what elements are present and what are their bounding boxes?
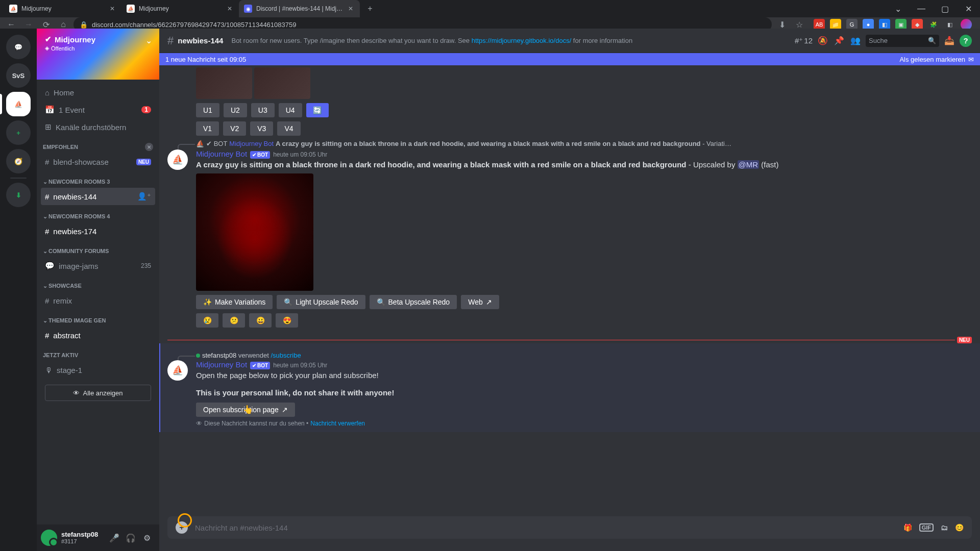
new-message-bar[interactable]: 1 neue Nachricht seit 09:05 Als gelesen … [159,53,980,65]
category-showcase[interactable]: ⌄SHOWCASE [41,280,155,292]
category-active-now[interactable]: JETZT AKTIV [41,349,155,361]
variation-4-button[interactable]: V4 [277,121,300,136]
variation-1-button[interactable]: V1 [196,121,219,136]
reply-context[interactable]: ⛵ ✔ BOT Midjourney Bot A crazy guy is si… [196,140,972,147]
sticker-button[interactable]: 🗂 [941,523,948,532]
browser-tab[interactable]: ⛵ Midjourney ✕ [4,0,121,17]
channel-stage-1[interactable]: 🎙stage-1 [41,361,155,379]
server-header[interactable]: ✔Midjourney ◈Öffentlich ⌄ [37,29,159,80]
variation-3-button[interactable]: V3 [250,121,273,136]
variation-2-button[interactable]: V2 [223,121,246,136]
channel-topic[interactable]: Bot room for new users. Type /imagine th… [231,37,791,44]
image-attachment[interactable] [196,67,252,99]
upscale-2-button[interactable]: U2 [224,103,247,117]
bot-avatar[interactable]: ⛵ [167,360,188,381]
bot-avatar[interactable]: ⛵ [167,149,188,170]
reaction-button[interactable]: 😢 [196,313,218,328]
web-button[interactable]: Web↗ [461,295,499,309]
category-newcomer4[interactable]: ⌄NEWCOMER ROOMS 4 [41,210,155,222]
browser-tab-active[interactable]: ◉ Discord | #newbies-144 | Midj… ✕ [239,0,360,17]
channel-newbies-144[interactable]: #newbies-144👤⁺ [41,188,155,205]
neu-badge: NEU [136,159,151,165]
url-text: discord.com/channels/662267976984297473/… [92,21,296,29]
close-icon[interactable]: ✕ [108,5,116,13]
forward-button[interactable]: → [21,17,36,32]
category-themed[interactable]: ⌄THEMED IMAGE GEN [41,314,155,327]
category-recommended[interactable]: EMPFOHLEN✕ [41,141,155,153]
new-tab-button[interactable]: + [363,2,377,16]
make-variations-button[interactable]: ✨Make Variations [196,295,273,309]
add-person-icon[interactable]: 👤⁺ [137,192,151,201]
gift-button[interactable]: 🎁 [903,523,912,532]
upscale-3-button[interactable]: U3 [251,103,275,117]
maximize-icon[interactable]: ▢ [933,1,957,17]
home-item[interactable]: ⌂Home [41,84,155,101]
message-input[interactable]: + Nachricht an #newbies-144 🎁 GIF 🗂 😊 [167,516,972,539]
server-bubble-active[interactable]: ⛵ [6,92,31,116]
eye-icon: 👁 [73,389,80,397]
user-avatar[interactable] [41,530,57,546]
search-input[interactable]: Suche🔍 [866,35,939,47]
pinned-button[interactable]: 📌 [833,35,845,47]
mark-read-icon: ✉ [968,56,974,63]
browse-channels-item[interactable]: ⊞Kanäle durchstöbern [41,118,155,136]
members-button[interactable]: 👥 [849,35,862,47]
reroll-button[interactable]: 🔄 [306,103,329,117]
close-icon[interactable]: ✕ [347,5,355,13]
message-body: A crazy guy is sitting on a black throne… [196,160,972,170]
upscale-1-button[interactable]: U1 [196,103,219,117]
category-newcomer3[interactable]: ⌄NEWCOMER ROOMS 3 [41,176,155,188]
upscale-4-button[interactable]: U4 [279,103,302,117]
chevron-down-icon: ⌄ [43,179,47,185]
minimize-icon[interactable]: — [910,1,933,17]
beta-upscale-button[interactable]: 🔍Beta Upscale Redo [370,295,457,309]
channel-image-jams[interactable]: 💬image-jams235 [41,257,155,274]
inbox-button[interactable]: 📥 [943,35,955,47]
events-item[interactable]: 📅1 Event1 [41,101,155,118]
favicon-icon: ⛵ [9,5,17,13]
message-author[interactable]: Midjourney Bot [196,360,247,369]
settings-button[interactable]: ⚙ [139,530,155,546]
reaction-button[interactable]: 😕 [223,313,245,328]
attach-button[interactable]: + [176,521,188,534]
close-window-icon[interactable]: ✕ [957,1,980,17]
chevron-down-icon[interactable]: ⌄ [886,1,910,17]
dismiss-icon[interactable]: ✕ [145,143,153,151]
mark-read-label: Als gelesen markieren [899,56,965,63]
close-icon[interactable]: ✕ [226,5,234,13]
dismiss-message-link[interactable]: Nachricht verwerfen [310,420,365,427]
user-mention[interactable]: @MR [738,160,760,169]
server-bubble[interactable]: SvS [6,63,31,88]
image-attachment[interactable] [196,173,313,291]
channel-blend-showcase[interactable]: #blend-showcaseNEU [41,153,155,170]
bot-tag: ✔ BOT [206,140,227,147]
open-subscription-button[interactable]: Open subscription page↗ [196,403,295,417]
download-apps-button[interactable]: ⬇ [6,183,31,207]
reaction-button[interactable]: 😀 [249,313,272,328]
browser-tab[interactable]: ⛵ Midjourney ✕ [121,0,239,17]
show-all-button[interactable]: 👁Alle anzeigen [45,385,151,401]
deafen-button[interactable]: 🎧 [122,530,139,546]
topic-link[interactable]: https://midjourney.gitbook.io/docs/ [472,37,572,44]
user-info[interactable]: stefanstp08 #3117 [61,531,98,544]
mute-button[interactable]: 🎤 [106,530,122,546]
category-forums[interactable]: ⌄COMMUNITY FORUMS [41,245,155,257]
channel-newbies-174[interactable]: #newbies-174 [41,222,155,240]
gif-button[interactable]: GIF [919,523,934,532]
emoji-button[interactable]: 😊 [955,523,964,532]
channel-remix[interactable]: #remix [41,292,155,309]
command-use-context[interactable]: stefanstp08 verwendet /subscribe [196,352,972,359]
explore-servers-button[interactable]: 🧭 [6,149,31,173]
reaction-button[interactable]: 😍 [276,313,298,328]
image-attachment[interactable] [254,67,310,99]
channel-abstract[interactable]: #abstract [41,327,155,344]
light-upscale-button[interactable]: 🔍Light Upscale Redo [277,295,365,309]
tab-title: Discord | #newbies-144 | Midj… [256,5,342,12]
notifications-button[interactable]: 🔕 [817,35,829,47]
reply-avatar-icon: ⛵ [196,140,204,147]
message-author[interactable]: Midjourney Bot [196,149,247,158]
threads-button[interactable]: #⁺12 [795,36,813,45]
help-button[interactable]: ? [960,35,972,47]
add-server-button[interactable]: + [6,120,31,145]
discord-home-button[interactable]: 💬 [6,35,31,59]
